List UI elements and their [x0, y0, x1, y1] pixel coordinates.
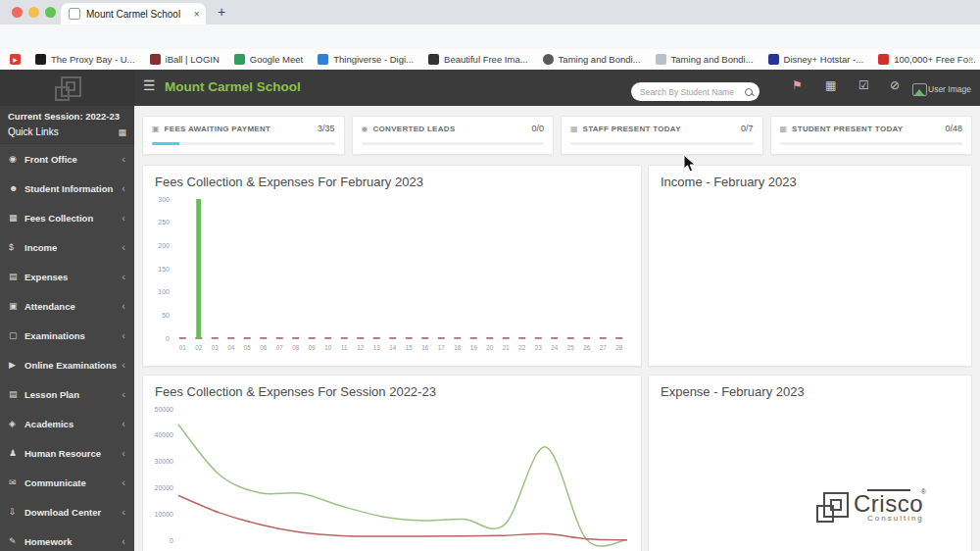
sidebar-item-academics[interactable]: ◈Academics‹: [0, 409, 134, 438]
bookmark-label: Taming and Bondi...: [671, 54, 754, 65]
search-input[interactable]: [638, 86, 745, 98]
svg-text:16: 16: [421, 344, 429, 351]
progress-fill: [152, 142, 179, 145]
tab-close-icon[interactable]: ×: [194, 8, 200, 20]
sidebar-item-label: Income: [24, 242, 122, 253]
bookmarks-bar: ▶The Proxy Bay - U...iBall | LOGINGoogle…: [0, 49, 980, 70]
sidebar-item-income[interactable]: $Income‹: [0, 232, 134, 262]
browser-tab[interactable]: Mount Carmel School ×: [61, 3, 206, 25]
stat-card-title: CONVERTED LEADS: [372, 125, 531, 133]
sidebar-item-label: Academics: [24, 419, 122, 429]
fees-expenses-feb-panel: Fees Collection & Expenses For February …: [142, 165, 642, 367]
download-center-icon: ⇩: [9, 507, 24, 517]
quick-links-label[interactable]: Quick Links: [8, 126, 118, 137]
sidebar-menu: ◉Front Office‹☻Student Information‹▦Fees…: [0, 144, 134, 551]
globe-icon: [543, 54, 554, 65]
sidebar-item-label: Fees Collection: [24, 213, 122, 224]
broken-user-image-icon[interactable]: [912, 83, 927, 96]
bookmark-label: iBall | LOGIN: [166, 54, 220, 65]
minimize-window-button[interactable]: [28, 7, 39, 18]
bookmark-item[interactable]: Taming and Bondi...: [656, 54, 754, 65]
unsplash-icon: [428, 54, 439, 65]
bookmark-item[interactable]: ▶: [10, 54, 21, 65]
bookmark-item[interactable]: Thingiverse - Digi...: [318, 54, 414, 65]
sidebar-item-fees-collection[interactable]: ▦Fees Collection‹: [0, 203, 134, 232]
svg-text:04: 04: [227, 344, 235, 351]
stat-card-fees-awaiting-payment[interactable]: ▣FEES AWAITING PAYMENT3/35: [142, 116, 345, 155]
app-logo[interactable]: [0, 70, 134, 106]
svg-text:02: 02: [195, 344, 203, 351]
stat-card-icon: ▦: [780, 125, 788, 133]
crisco-logo-icon: [814, 490, 850, 524]
svg-text:08: 08: [292, 344, 300, 351]
svg-text:24: 24: [551, 344, 559, 351]
svg-text:17: 17: [438, 344, 446, 351]
stat-card-icon: ▦: [570, 125, 578, 133]
sidebar-item-communicate[interactable]: ✉Communicate‹: [0, 468, 134, 497]
chevron-left-icon: ‹: [122, 418, 125, 429]
svg-text:250: 250: [158, 219, 170, 225]
sidebar-item-attendance[interactable]: ▣Attendance‹: [0, 291, 134, 321]
bookmark-item[interactable]: Taming and Bondi...: [543, 54, 641, 65]
bookmark-item[interactable]: 100,000+ Free Fo...: [878, 54, 976, 65]
svg-text:26: 26: [583, 344, 591, 351]
fees-expenses-session-panel: Fees Collection & Expenses For Session 2…: [142, 375, 642, 551]
svg-text:20: 20: [486, 344, 494, 351]
bookmark-item[interactable]: iBall | LOGIN: [150, 54, 220, 65]
stat-card-converted-leads[interactable]: ◉CONVERTED LEADS0/0: [352, 116, 555, 155]
sidebar-item-download-center[interactable]: ⇩Download Center‹: [0, 497, 134, 526]
whatsapp-icon[interactable]: ⊘: [890, 78, 900, 92]
sidebar-item-student-information[interactable]: ☻Student Information‹: [0, 174, 134, 203]
svg-text:150: 150: [158, 266, 170, 273]
chevron-left-icon: ‹: [122, 359, 125, 371]
homework-icon: ✎: [9, 536, 24, 546]
svg-text:10000: 10000: [155, 511, 174, 518]
svg-text:0: 0: [170, 537, 173, 544]
sidebar-item-lesson-plan[interactable]: ▤Lesson Plan‹: [0, 379, 134, 409]
bookmark-item[interactable]: The Proxy Bay - U...: [35, 54, 135, 65]
svg-text:21: 21: [503, 344, 511, 351]
svg-text:28: 28: [615, 344, 623, 351]
grid-icon[interactable]: ▦: [118, 127, 126, 137]
quick-links[interactable]: Quick Links ▦: [8, 126, 126, 137]
bookmark-item[interactable]: Google Meet: [234, 54, 303, 65]
sidebar-item-label: Homework: [24, 536, 122, 547]
registered-mark: ®: [921, 488, 926, 495]
sidebar-item-online-examinations[interactable]: ▶Online Examinations‹: [0, 350, 134, 379]
tab-title: Mount Carmel School: [86, 9, 190, 20]
bookmark-item[interactable]: Beautiful Free Ima...: [428, 54, 528, 65]
panel-title: Income - February 2023: [649, 166, 971, 193]
svg-text:15: 15: [406, 344, 414, 351]
bookmark-label: Taming and Bondi...: [559, 54, 641, 65]
bookmark-item[interactable]: Disney+ Hotstar -...: [768, 54, 864, 65]
student-search[interactable]: [631, 82, 760, 101]
sidebar-toggle-icon[interactable]: ☰: [143, 77, 156, 93]
search-icon[interactable]: [745, 88, 753, 96]
stat-card-staff-present-today[interactable]: ▦STAFF PRESENT TODAY0/7: [561, 116, 763, 155]
new-tab-button[interactable]: +: [218, 4, 225, 20]
sidebar-item-front-office[interactable]: ◉Front Office‹: [0, 144, 134, 174]
user-image-alt-text[interactable]: User Image: [928, 84, 971, 94]
progress-track: [570, 142, 754, 145]
tasks-icon[interactable]: ☑: [858, 78, 869, 92]
flag-icon[interactable]: ⚑: [792, 78, 803, 92]
crisco-name: Crisco: [854, 492, 924, 516]
chevron-left-icon: ‹: [122, 241, 125, 253]
thingiverse-icon: [318, 54, 328, 65]
zoom-window-button[interactable]: [45, 7, 56, 18]
sidebar-item-human-resource[interactable]: ♟Human Resource‹: [0, 438, 134, 468]
stat-card-student-present-today[interactable]: ▦STUDENT PRESENT TODAY0/48: [770, 116, 973, 155]
income-icon: $: [9, 242, 24, 252]
svg-text:05: 05: [244, 344, 252, 351]
calendar-icon[interactable]: ▦: [825, 78, 836, 92]
sidebar-item-expenses[interactable]: ▤Expenses‹: [0, 262, 134, 291]
sidebar-item-homework[interactable]: ✎Homework‹: [0, 526, 134, 551]
chevron-left-icon: ‹: [122, 476, 125, 488]
expenses-icon: ▤: [9, 272, 24, 281]
bookmarks-overflow-icon[interactable]: »: [968, 54, 973, 64]
sidebar-item-label: Download Center: [24, 507, 122, 518]
sidebar-item-examinations[interactable]: ▢Examinations‹: [0, 321, 134, 350]
close-window-button[interactable]: [12, 7, 23, 18]
chevron-left-icon: ‹: [122, 212, 125, 224]
fees-collection-icon: ▦: [9, 213, 24, 223]
